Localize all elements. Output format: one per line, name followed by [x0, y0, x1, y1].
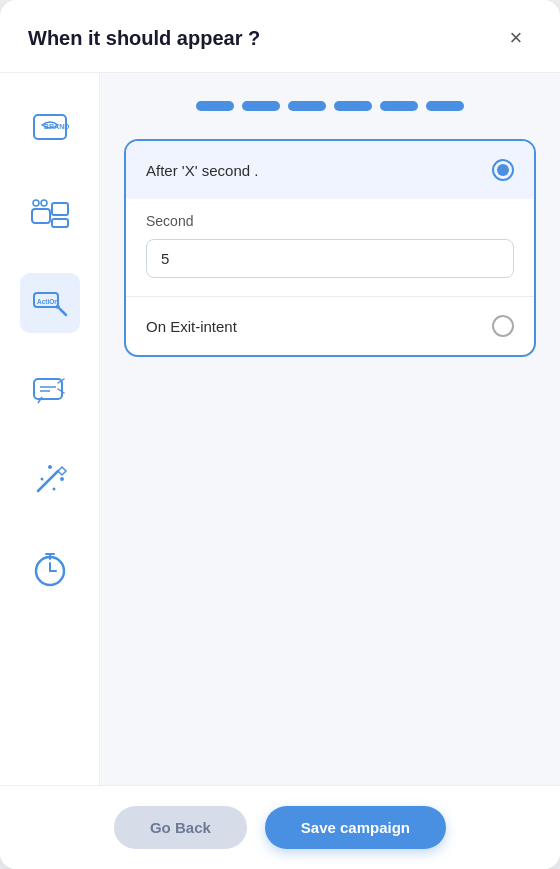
- svg-point-17: [40, 478, 43, 481]
- svg-point-18: [52, 488, 55, 491]
- modal-title: When it should appear ?: [28, 27, 260, 50]
- close-button[interactable]: ×: [500, 22, 532, 54]
- svg-point-6: [41, 200, 47, 206]
- main-content: After 'X' second . Second On Exit-intent: [100, 73, 560, 785]
- sidebar-item-message[interactable]: [20, 361, 80, 421]
- option2-radio[interactable]: [492, 315, 514, 337]
- svg-point-16: [60, 477, 64, 481]
- second-input[interactable]: [146, 239, 514, 278]
- svg-text:BRAND: BRAND: [44, 123, 69, 130]
- second-input-section: Second: [126, 199, 534, 296]
- step-3: [288, 101, 326, 111]
- svg-point-15: [48, 465, 52, 469]
- svg-point-5: [33, 200, 39, 206]
- modal-body: BRAND ActiOn: [0, 73, 560, 785]
- modal-header: When it should appear ? ×: [0, 0, 560, 73]
- go-back-button[interactable]: Go Back: [114, 806, 247, 849]
- steps-row: [124, 101, 536, 111]
- second-field-label: Second: [146, 213, 514, 229]
- step-2: [242, 101, 280, 111]
- step-6: [426, 101, 464, 111]
- option1-label: After 'X' second .: [146, 162, 258, 179]
- sidebar-item-magic[interactable]: [20, 449, 80, 509]
- svg-rect-3: [52, 203, 68, 215]
- option-exit-intent[interactable]: On Exit-intent: [126, 297, 534, 355]
- step-5: [380, 101, 418, 111]
- svg-rect-2: [32, 209, 50, 223]
- sidebar-item-brand[interactable]: BRAND: [20, 97, 80, 157]
- sidebar-item-action[interactable]: ActiOn: [20, 273, 80, 333]
- svg-point-9: [56, 305, 60, 309]
- step-1: [196, 101, 234, 111]
- sidebar-item-timer[interactable]: [20, 537, 80, 597]
- sidebar: BRAND ActiOn: [0, 73, 100, 785]
- svg-rect-4: [52, 219, 68, 227]
- sidebar-item-social[interactable]: [20, 185, 80, 245]
- footer: Go Back Save campaign: [0, 785, 560, 869]
- modal: When it should appear ? × BRAND: [0, 0, 560, 869]
- svg-text:ActiOn: ActiOn: [37, 298, 58, 305]
- option-after-x-seconds[interactable]: After 'X' second .: [126, 141, 534, 199]
- option1-radio[interactable]: [492, 159, 514, 181]
- option2-label: On Exit-intent: [146, 318, 237, 335]
- step-4: [334, 101, 372, 111]
- save-campaign-button[interactable]: Save campaign: [265, 806, 446, 849]
- options-card: After 'X' second . Second On Exit-intent: [124, 139, 536, 357]
